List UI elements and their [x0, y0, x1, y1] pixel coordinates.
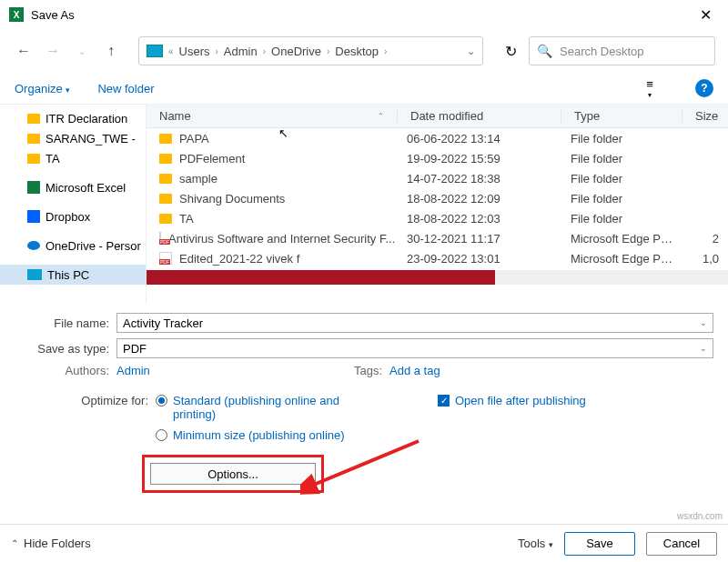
pc-icon [147, 45, 163, 57]
crumb[interactable]: Admin [224, 45, 258, 58]
chevron-right-icon: › [263, 46, 266, 56]
organize-menu[interactable]: Organize ▾ [15, 82, 70, 95]
header-size[interactable]: Size [682, 109, 728, 123]
toolbar: Organize ▾ New folder ≡ ▾ ? [0, 73, 728, 104]
folder-icon [159, 194, 172, 204]
table-row[interactable]: PDFelement19-09-2022 15:59File folder [147, 148, 728, 168]
radio-minimum[interactable]: Minimum size (publishing online) [156, 428, 383, 442]
onedrive-icon [27, 241, 40, 250]
tools-menu[interactable]: Tools ▾ [518, 537, 553, 550]
address-bar[interactable]: « Users › Admin › OneDrive › Desktop › ⌄ [138, 36, 483, 65]
folder-icon [159, 134, 172, 144]
cancel-button[interactable]: Cancel [646, 532, 717, 556]
chevron-down-icon[interactable]: ⌄ [467, 45, 475, 57]
chevron-down-icon[interactable]: ⌄ [700, 318, 707, 327]
saveas-label: Save as type: [15, 342, 116, 356]
options-highlight: Options... [142, 455, 324, 493]
folder-icon [159, 174, 172, 184]
chevron-right-icon: › [384, 46, 387, 56]
sidebar-item[interactable]: TA [0, 148, 146, 168]
radio-icon [156, 429, 167, 441]
options-button[interactable]: Options... [150, 463, 316, 485]
sidebar-item[interactable]: Dropbox [0, 206, 146, 226]
back-icon[interactable]: ← [13, 43, 35, 59]
pdf-icon [159, 232, 161, 245]
header-type[interactable]: Type [561, 109, 682, 123]
tags-label: Tags: [344, 364, 389, 377]
up-icon[interactable]: ↑ [100, 43, 122, 59]
forward-icon[interactable]: → [42, 43, 64, 59]
bottom-bar: ⌃Hide Folders Tools ▾ Save Cancel [0, 524, 728, 562]
table-row[interactable]: Shivang Documents18-08-2022 12:09File fo… [147, 188, 728, 208]
chevron-icon: « [168, 46, 174, 56]
nav-bar: ← → ⌄ ↑ « Users › Admin › OneDrive › Des… [0, 29, 728, 73]
save-button[interactable]: Save [564, 532, 635, 556]
sidebar-item[interactable]: ITR Declaration [0, 108, 146, 128]
checkbox-icon: ✓ [438, 395, 450, 406]
column-headers: Name⌃ Date modified Type Size [147, 105, 728, 128]
sidebar-item[interactable]: SARANG_TWE - [0, 128, 146, 148]
tags-value[interactable]: Add a tag [389, 364, 440, 377]
horizontal-scrollbar[interactable] [147, 270, 728, 285]
folder-icon [27, 114, 40, 124]
excel-icon [27, 181, 40, 194]
folder-icon [159, 214, 172, 224]
dropbox-icon [27, 210, 40, 223]
header-date[interactable]: Date modified [398, 109, 561, 123]
excel-app-icon: X [9, 7, 24, 22]
sidebar-item-selected[interactable]: This PC [0, 265, 146, 285]
sidebar-item[interactable]: Microsoft Excel [0, 177, 146, 197]
help-icon[interactable]: ? [695, 79, 713, 97]
table-row[interactable]: TA18-08-2022 12:03File folder [147, 208, 728, 228]
file-area: Name⌃ Date modified Type Size PAPA06-06-… [147, 105, 728, 304]
search-icon: 🔍 [537, 44, 552, 58]
authors-value[interactable]: Admin [116, 364, 344, 377]
chevron-right-icon: › [216, 46, 218, 56]
table-row[interactable]: Edited_2021-22 vivek f23-09-2022 13:01Mi… [147, 248, 728, 268]
sidebar-item[interactable]: OneDrive - Persor [0, 236, 146, 256]
close-icon[interactable]: ✕ [692, 1, 719, 28]
hide-folders-toggle[interactable]: ⌃Hide Folders [11, 537, 91, 550]
file-list: PAPA06-06-2022 13:14File folder PDFeleme… [147, 128, 728, 268]
crumb[interactable]: Users [179, 45, 210, 58]
new-folder-button[interactable]: New folder [97, 82, 154, 95]
crumb[interactable]: Desktop [335, 45, 379, 58]
table-row[interactable]: Antivirus Software and Internet Security… [147, 228, 728, 248]
open-after-checkbox[interactable]: ✓ Open file after publishing [438, 394, 586, 407]
search-placeholder: Search Desktop [560, 45, 644, 58]
saveas-type-select[interactable]: PDF⌄ [116, 338, 713, 358]
folder-icon [27, 134, 40, 144]
radio-icon [156, 395, 167, 406]
authors-label: Authors: [15, 364, 116, 377]
table-row[interactable]: sample14-07-2022 18:38File folder [147, 168, 728, 188]
header-name[interactable]: Name⌃ [147, 109, 398, 123]
watermark: wsxdn.com [677, 511, 723, 521]
chevron-down-icon[interactable]: ⌄ [71, 46, 93, 56]
crumb[interactable]: OneDrive [271, 45, 321, 58]
optimize-label: Optimize for: [15, 394, 156, 449]
filename-input[interactable]: Activity Tracker⌄ [116, 313, 713, 333]
table-row[interactable]: PAPA06-06-2022 13:14File folder [147, 128, 728, 148]
folder-icon [159, 154, 172, 164]
search-input[interactable]: 🔍 Search Desktop [529, 36, 715, 65]
sort-icon: ⌃ [378, 112, 384, 120]
pc-icon [27, 269, 42, 280]
folder-icon [27, 154, 40, 164]
chevron-right-icon: › [327, 46, 329, 56]
main-area: ITR Declaration SARANG_TWE - TA Microsof… [0, 104, 728, 304]
radio-standard[interactable]: Standard (publishing online and printing… [156, 394, 383, 421]
refresh-icon[interactable]: ↻ [500, 43, 521, 60]
form-area: File name: Activity Tracker⌄ Save as typ… [0, 304, 728, 493]
window-title: Save As [31, 8, 692, 22]
view-options-icon[interactable]: ≡ ▾ [639, 77, 661, 99]
sidebar: ITR Declaration SARANG_TWE - TA Microsof… [0, 105, 147, 304]
chevron-down-icon[interactable]: ⌄ [700, 344, 707, 353]
filename-label: File name: [15, 316, 116, 330]
pdf-icon [159, 252, 172, 265]
titlebar: X Save As ✕ [0, 0, 728, 29]
